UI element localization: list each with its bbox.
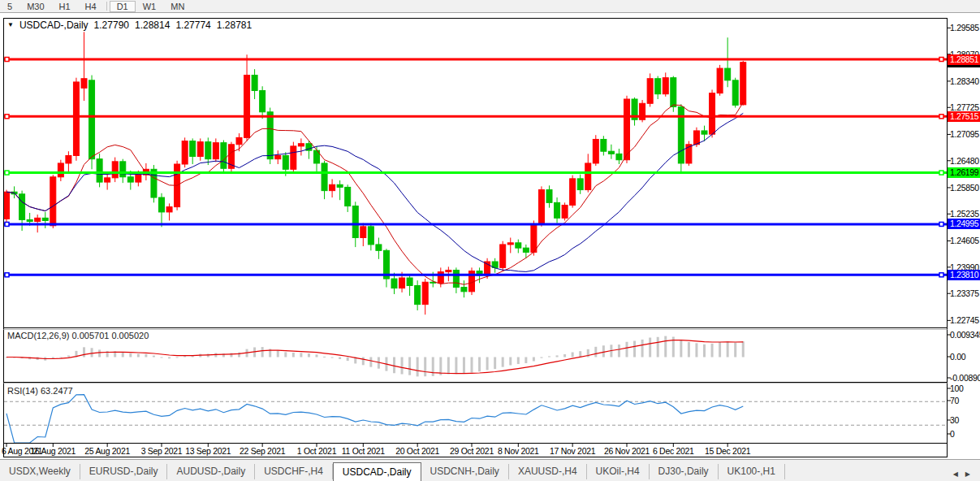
rsi-axis-label: 70 bbox=[950, 396, 959, 405]
macd-histogram-bar bbox=[261, 347, 264, 357]
macd-histogram-bar bbox=[67, 355, 70, 357]
candle-body bbox=[732, 80, 738, 106]
macd-histogram-bar bbox=[478, 358, 481, 372]
macd-histogram-bar bbox=[145, 354, 147, 358]
candle-body bbox=[291, 146, 296, 169]
tab-xauusd-h4[interactable]: XAUUSD-,H4 bbox=[509, 464, 587, 479]
macd-histogram-bar bbox=[447, 358, 450, 375]
macd-histogram-bar bbox=[517, 358, 520, 365]
macd-histogram-bar bbox=[369, 358, 372, 367]
macd-histogram-bar bbox=[284, 352, 287, 357]
macd-signal-line bbox=[6, 340, 743, 374]
hline-handle bbox=[939, 273, 943, 277]
candle-body bbox=[105, 178, 110, 182]
macd-histogram-bar bbox=[137, 354, 140, 358]
candle-body bbox=[516, 243, 521, 248]
price-badge: 1.23810 bbox=[948, 270, 980, 280]
candle-body bbox=[213, 143, 218, 159]
price-badge: 1.28851 bbox=[948, 54, 980, 65]
candle-body bbox=[391, 279, 397, 288]
candle-body bbox=[608, 151, 614, 154]
chart-canvas[interactable] bbox=[0, 0, 980, 459]
date-axis-label: 20 Oct 2021 bbox=[388, 446, 447, 456]
candle-body bbox=[182, 141, 188, 164]
candle-body bbox=[601, 139, 607, 151]
tab-uk100-h1[interactable]: UK100-,H1 bbox=[719, 464, 785, 479]
macd-histogram-bar bbox=[417, 358, 419, 377]
tab-usdcnh-daily[interactable]: USDCNH-,Daily bbox=[421, 464, 509, 479]
tab-scroll-right-icon[interactable]: ▶ bbox=[965, 470, 970, 478]
macd-histogram-bar bbox=[711, 344, 714, 358]
tab-dj30-daily[interactable]: DJ30-,Daily bbox=[650, 464, 719, 479]
macd-histogram-bar bbox=[153, 356, 155, 358]
tab-eurusd-daily[interactable]: EURUSD-,Daily bbox=[80, 464, 168, 479]
tab-usdcad-daily[interactable]: USDCAD-,Daily bbox=[333, 462, 421, 481]
ohlc-high: 1.28814 bbox=[135, 20, 170, 31]
price-axis-label: 1.28340 bbox=[950, 76, 979, 86]
terminal-window: 5 M30 H1 H4 D1 W1 MN ▼ USDCAD-,Daily 1.2… bbox=[0, 0, 980, 481]
price-axis-label: 1.29585 bbox=[950, 23, 979, 32]
rsi-axis-label: 0 bbox=[950, 429, 955, 439]
macd-histogram-bar bbox=[168, 358, 171, 359]
chart-title: ▼ USDCAD-,Daily 1.27790 1.28814 1.27774 … bbox=[7, 20, 252, 31]
candle-body bbox=[127, 177, 133, 182]
date-axis-label: 11 Oct 2021 bbox=[334, 446, 392, 456]
candle-body bbox=[81, 79, 87, 89]
hline-handle bbox=[939, 222, 943, 226]
candle-body bbox=[136, 175, 141, 182]
macd-histogram-bar bbox=[727, 341, 729, 357]
macd-histogram-bar bbox=[323, 357, 326, 358]
candle-body bbox=[345, 187, 351, 206]
tab-usdchf-h4[interactable]: USDCHF-,H4 bbox=[255, 464, 333, 479]
macd-histogram-bar bbox=[424, 358, 426, 377]
macd-histogram-bar bbox=[509, 358, 512, 366]
candle-body bbox=[407, 278, 412, 285]
candle-body bbox=[50, 177, 56, 226]
tab-ukoil-h4[interactable]: UKOil-,H4 bbox=[587, 464, 650, 479]
macd-histogram-bar bbox=[548, 356, 550, 357]
hline-handle bbox=[5, 171, 9, 175]
candle-body bbox=[663, 78, 668, 94]
macd-histogram-bar bbox=[316, 354, 318, 357]
price-axis-label: 1.27095 bbox=[950, 129, 979, 139]
candle-body bbox=[717, 68, 723, 93]
macd-histogram-bar bbox=[579, 351, 581, 357]
candle-body bbox=[19, 194, 25, 220]
candle-body bbox=[438, 272, 443, 284]
macd-axis-label: 0.00 bbox=[950, 352, 965, 362]
macd-histogram-bar bbox=[494, 358, 496, 370]
chart-menu-icon[interactable]: ▼ bbox=[7, 21, 14, 28]
candle-body bbox=[4, 192, 10, 219]
symbol-tab-bar: USDX,Weekly EURUSD-,Daily AUDUSD-,Daily … bbox=[0, 459, 980, 481]
macd-histogram-bar bbox=[455, 358, 457, 375]
date-axis-label: 6 Dec 2021 bbox=[644, 446, 702, 456]
price-badge: 1.24995 bbox=[948, 219, 980, 229]
ohlc-close: 1.28781 bbox=[217, 20, 252, 31]
macd-histogram-bar bbox=[277, 350, 279, 357]
candle-body bbox=[702, 131, 707, 134]
macd-histogram-bar bbox=[176, 358, 179, 358]
macd-histogram-bar bbox=[408, 358, 411, 375]
hline-handle bbox=[5, 115, 9, 119]
candle-body bbox=[73, 82, 79, 156]
macd-histogram-bar bbox=[238, 353, 240, 358]
macd-histogram-bar bbox=[563, 354, 566, 357]
candle-body bbox=[120, 162, 126, 177]
tab-audusd-daily[interactable]: AUDUSD-,Daily bbox=[167, 464, 255, 479]
tab-scroll-left-icon[interactable]: ◀ bbox=[953, 470, 958, 478]
macd-histogram-bar bbox=[486, 358, 489, 370]
macd-histogram-bar bbox=[331, 358, 334, 358]
macd-axis-label: -0.008903 bbox=[950, 373, 980, 383]
rsi-label: RSI(14) 63.2477 bbox=[7, 386, 73, 396]
candle-body bbox=[507, 243, 513, 245]
tab-scroll-controls: ◀ ▶ bbox=[953, 470, 980, 481]
price-axis-label: 1.26480 bbox=[950, 156, 979, 166]
date-axis-label: 15 Dec 2021 bbox=[698, 446, 757, 456]
candle-body bbox=[112, 162, 118, 178]
tab-usdx-weekly[interactable]: USDX,Weekly bbox=[0, 464, 80, 479]
hline-handle bbox=[939, 58, 943, 62]
price-axis-label: 1.25235 bbox=[950, 209, 979, 219]
candle-body bbox=[275, 155, 281, 158]
macd-histogram-bar bbox=[742, 341, 745, 357]
candle-body bbox=[322, 163, 327, 191]
